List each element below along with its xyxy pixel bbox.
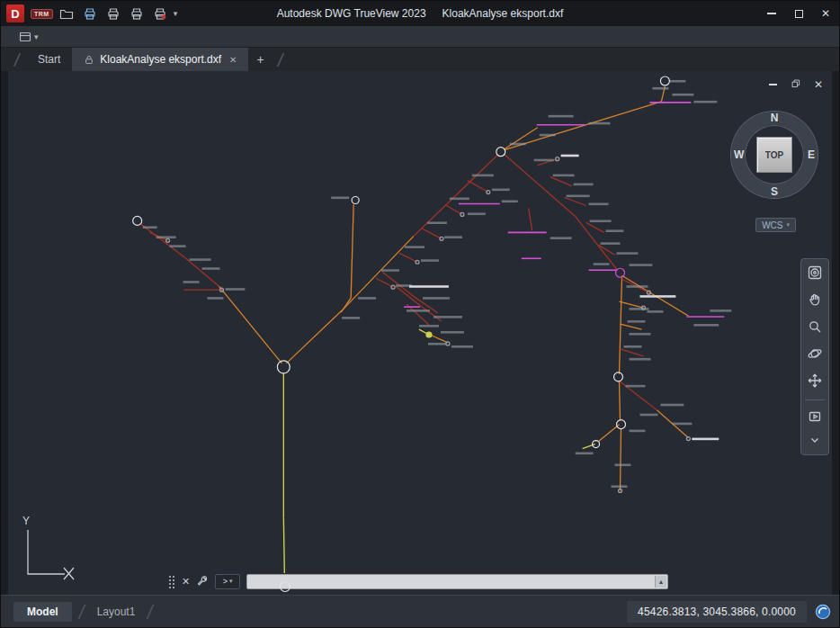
pan-hand-icon[interactable] <box>807 292 823 310</box>
tab-document[interactable]: KloakAnalyse eksport.dxf ✕ <box>72 48 248 71</box>
pipe-segment[interactable] <box>620 381 621 421</box>
qat-customize-button[interactable]: ▾ <box>19 31 39 42</box>
manhole-node[interactable] <box>660 76 669 85</box>
tab-start[interactable]: Start <box>26 48 72 71</box>
annotation-label <box>510 143 526 146</box>
annotation-label <box>626 385 646 388</box>
pipe-segment[interactable] <box>620 301 644 308</box>
pipe-segment[interactable] <box>586 222 604 232</box>
restore-icon <box>791 78 800 88</box>
pipe-segment[interactable] <box>620 277 622 374</box>
pipe-segment[interactable] <box>351 204 353 298</box>
pipe-segment[interactable] <box>286 310 342 363</box>
manhole-node[interactable] <box>281 582 290 592</box>
show-motion-icon[interactable] <box>807 408 823 427</box>
pipe-segment[interactable] <box>621 349 644 356</box>
pipe-segment[interactable] <box>529 208 532 230</box>
viewcube-west[interactable]: W <box>734 148 744 161</box>
tab-close-icon[interactable]: ✕ <box>229 55 237 65</box>
manhole-node[interactable] <box>614 372 623 381</box>
customize-wrench-icon[interactable] <box>196 575 209 588</box>
drawing-canvas[interactable] <box>8 71 832 595</box>
coordinates-readout[interactable]: 45426.3813, 3045.3866, 0.0000 <box>627 601 807 623</box>
batch-plot-icon[interactable] <box>150 4 170 22</box>
manhole-node[interactable] <box>496 148 505 157</box>
viewcube-south[interactable]: S <box>771 185 778 198</box>
tab-layout1[interactable]: Layout1 <box>92 602 141 622</box>
pipe-segment[interactable] <box>505 128 538 149</box>
pipe-segment[interactable] <box>599 425 620 442</box>
orbit-icon[interactable] <box>807 345 823 364</box>
app-logo-icon[interactable]: D <box>6 4 24 22</box>
pipe-segment[interactable] <box>445 204 462 214</box>
steering-wheel-icon[interactable] <box>807 265 823 283</box>
print-icon[interactable] <box>103 4 123 22</box>
annotation-label <box>692 438 719 441</box>
ucs-icon: Y <box>8 510 89 591</box>
viewcube[interactable]: N S W E TOP <box>731 112 818 198</box>
doc-minimize-button[interactable] <box>769 84 777 85</box>
annotation-label <box>629 333 650 336</box>
annotation-label <box>629 264 652 266</box>
window-maximize-button[interactable] <box>785 1 812 26</box>
pipe-segment[interactable] <box>468 181 488 193</box>
window-close-button[interactable]: ✕ <box>812 1 839 26</box>
toolbar-dropdown-icon[interactable]: ▾ <box>174 9 178 18</box>
viewcube-top-face[interactable]: TOP <box>756 137 792 173</box>
pipe-segment[interactable] <box>621 429 621 491</box>
dock-grip-handle[interactable] <box>168 575 175 588</box>
zoom-icon[interactable] <box>807 318 823 337</box>
pipe-segment[interactable] <box>505 102 662 150</box>
tab-model[interactable]: Model <box>13 602 72 622</box>
annotation-label <box>409 285 449 288</box>
pipe-segment[interactable] <box>396 286 422 307</box>
pipe-segment[interactable] <box>430 335 448 343</box>
model-space-canvas[interactable]: ✕ N S W E TOP WCS ▾ <box>8 71 832 595</box>
ucs-y-label: Y <box>22 515 30 527</box>
annotation-label <box>170 245 186 247</box>
pipe-segment[interactable] <box>219 286 281 363</box>
annotation-label <box>502 201 518 203</box>
dock-close-button[interactable]: ✕ <box>182 576 190 588</box>
manhole-node-overlay[interactable] <box>276 578 294 595</box>
annotation-label <box>156 236 176 238</box>
wcs-dropdown[interactable]: WCS ▾ <box>755 218 796 232</box>
manhole-node[interactable] <box>352 197 359 204</box>
command-prompt-button[interactable]: > ▾ <box>215 574 240 589</box>
annotation-label <box>710 310 731 312</box>
pipe-segment[interactable] <box>376 278 393 287</box>
pipe-segment[interactable] <box>414 155 498 237</box>
navbar-chevron-icon[interactable] <box>807 435 823 449</box>
manhole-node[interactable] <box>133 216 142 225</box>
print-preview-icon[interactable] <box>127 4 147 22</box>
plot-icon[interactable] <box>80 4 100 22</box>
annotation-label <box>647 310 663 313</box>
pipe-segment[interactable] <box>283 517 284 573</box>
pipe-segment[interactable] <box>504 154 576 217</box>
doc-restore-button[interactable] <box>791 78 800 91</box>
pan-arrows-icon[interactable] <box>807 372 823 391</box>
manhole-node[interactable] <box>487 191 490 194</box>
command-input[interactable]: ▲ <box>246 574 668 589</box>
title-bar: D TRM ▾ Autod <box>1 1 839 26</box>
manhole-node[interactable] <box>277 361 290 373</box>
new-tab-button[interactable]: + <box>248 48 272 71</box>
divider <box>805 399 825 400</box>
pipe-segment[interactable] <box>621 324 642 329</box>
manhole-node[interactable] <box>426 332 432 337</box>
pipe-segment[interactable] <box>423 229 442 238</box>
viewcube-north[interactable]: N <box>771 112 779 124</box>
command-scroll-up-button[interactable]: ▲ <box>655 576 666 588</box>
pipe-segment[interactable] <box>565 198 586 206</box>
graphics-performance-icon[interactable] <box>814 603 832 621</box>
pipe-segment[interactable] <box>550 177 572 186</box>
open-folder-icon[interactable] <box>57 4 76 22</box>
pipe-segment[interactable] <box>619 381 657 410</box>
doc-close-button[interactable]: ✕ <box>814 78 823 91</box>
manhole-node[interactable] <box>617 420 626 429</box>
manhole-node[interactable] <box>616 268 625 277</box>
pipe-segment[interactable] <box>399 253 417 262</box>
pipe-segment[interactable] <box>140 223 185 257</box>
window-minimize-button[interactable] <box>758 1 785 26</box>
viewcube-east[interactable]: E <box>808 148 815 161</box>
